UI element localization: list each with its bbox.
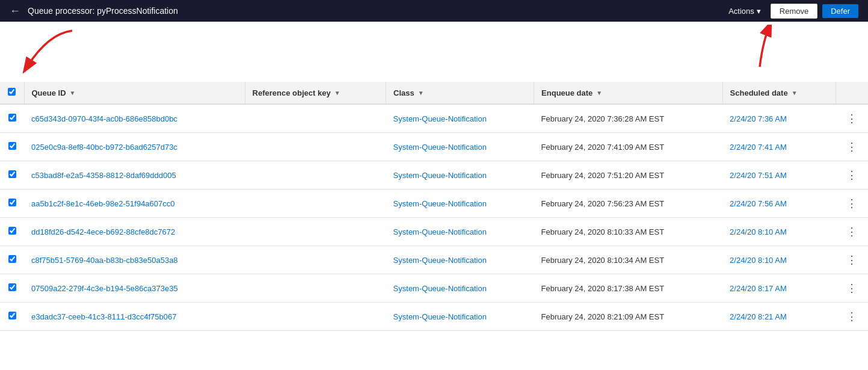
row-kebab-button[interactable]: ⋮: [843, 310, 861, 323]
row-kebab-button[interactable]: ⋮: [843, 112, 861, 125]
row-kebab-button[interactable]: ⋮: [843, 168, 861, 182]
row-kebab-button[interactable]: ⋮: [843, 253, 861, 267]
remove-button[interactable]: Remove: [771, 4, 817, 19]
header-enqueue-date[interactable]: Enqueue date ▼: [534, 82, 722, 104]
row-checkbox-cell[interactable]: [0, 303, 24, 331]
row-actions-cell[interactable]: ⋮: [836, 246, 868, 274]
row-checkbox-cell[interactable]: [0, 161, 24, 190]
row-checkbox[interactable]: [8, 227, 16, 235]
queue-id-link[interactable]: 025e0c9a-8ef8-40bc-b972-b6ad6257d73c: [31, 143, 177, 152]
left-arrow-annotation: [12, 28, 84, 76]
header-checkbox-col[interactable]: [0, 82, 24, 104]
table-row: e3dadc37-ceeb-41c3-8111-d3cc4f75b067Syst…: [0, 303, 868, 331]
class-cell: System-Queue-Notification: [386, 161, 534, 190]
queue-id-cell: c65d343d-0970-43f4-ac0b-686e858bd0bc: [24, 104, 245, 133]
ref-obj-key-cell: [245, 104, 386, 133]
queue-table-container: Queue ID ▼ Reference object key ▼ Class …: [0, 82, 868, 331]
scheduled-date-cell: 2/24/20 7:56 AM: [722, 190, 836, 218]
ref-obj-key-cell: [245, 303, 386, 331]
queue-id-link[interactable]: c53bad8f-e2a5-4358-8812-8daf69ddd005: [31, 171, 176, 180]
queue-id-cell: aa5b1c2f-8e1c-46eb-98e2-51f94a607cc0: [24, 190, 245, 218]
class-cell: System-Queue-Notification: [386, 133, 534, 161]
row-kebab-button[interactable]: ⋮: [843, 282, 861, 295]
queue-id-cell: dd18fd26-d542-4ece-b692-88cfe8dc7672: [24, 218, 245, 246]
row-actions-cell[interactable]: ⋮: [836, 190, 868, 218]
class-cell: System-Queue-Notification: [386, 274, 534, 303]
row-kebab-button[interactable]: ⋮: [843, 225, 861, 238]
table-row: c65d343d-0970-43f4-ac0b-686e858bd0bcSyst…: [0, 104, 868, 133]
header-class[interactable]: Class ▼: [386, 82, 534, 104]
row-actions-cell[interactable]: ⋮: [836, 133, 868, 161]
queue-id-link[interactable]: e3dadc37-ceeb-41c3-8111-d3cc4f75b067: [31, 312, 176, 321]
row-checkbox-cell[interactable]: [0, 190, 24, 218]
queue-id-link[interactable]: 07509a22-279f-4c3e-b194-5e86ca373e35: [31, 284, 178, 293]
annotation-area: [0, 22, 868, 82]
row-checkbox[interactable]: [8, 283, 16, 291]
row-checkbox-cell[interactable]: [0, 104, 24, 133]
queue-id-sort-icon: ▼: [70, 90, 76, 96]
table-header: Queue ID ▼ Reference object key ▼ Class …: [0, 82, 868, 104]
enqueue-date-cell: February 24, 2020 7:36:28 AM EST: [534, 104, 722, 133]
row-actions-cell[interactable]: ⋮: [836, 104, 868, 133]
row-actions-cell[interactable]: ⋮: [836, 218, 868, 246]
enqueue-date-cell: February 24, 2020 8:17:38 AM EST: [534, 274, 722, 303]
header-ref-obj-key[interactable]: Reference object key ▼: [245, 82, 386, 104]
scheduled-date-cell: 2/24/20 8:10 AM: [722, 246, 836, 274]
row-checkbox[interactable]: [8, 114, 16, 122]
queue-id-link[interactable]: c65d343d-0970-43f4-ac0b-686e858bd0bc: [31, 114, 177, 123]
table-row: c8f75b51-5769-40aa-b83b-cb83e50a53a8Syst…: [0, 246, 868, 274]
row-checkbox[interactable]: [8, 142, 16, 150]
class-sort-icon: ▼: [418, 90, 424, 96]
header-queue-id[interactable]: Queue ID ▼: [24, 82, 245, 104]
header: ← Queue processor: pyProcessNotification…: [0, 0, 868, 22]
enqueue-sort-icon: ▼: [596, 90, 602, 96]
ref-obj-key-cell: [245, 190, 386, 218]
table-row: 025e0c9a-8ef8-40bc-b972-b6ad6257d73cSyst…: [0, 133, 868, 161]
queue-id-link[interactable]: c8f75b51-5769-40aa-b83b-cb83e50a53a8: [31, 256, 178, 265]
class-cell: System-Queue-Notification: [386, 218, 534, 246]
queue-table: Queue ID ▼ Reference object key ▼ Class …: [0, 82, 868, 331]
page-title: Queue processor: pyProcessNotification: [28, 6, 724, 16]
enqueue-date-cell: February 24, 2020 7:41:09 AM EST: [534, 133, 722, 161]
class-cell: System-Queue-Notification: [386, 190, 534, 218]
back-button[interactable]: ←: [10, 5, 20, 17]
row-checkbox-cell[interactable]: [0, 274, 24, 303]
table-body: c65d343d-0970-43f4-ac0b-686e858bd0bcSyst…: [0, 104, 868, 331]
enqueue-date-cell: February 24, 2020 7:56:23 AM EST: [534, 190, 722, 218]
queue-id-cell: c53bad8f-e2a5-4358-8812-8daf69ddd005: [24, 161, 245, 190]
queue-id-link[interactable]: aa5b1c2f-8e1c-46eb-98e2-51f94a607cc0: [31, 199, 175, 208]
queue-id-link[interactable]: dd18fd26-d542-4ece-b692-88cfe8dc7672: [31, 227, 175, 236]
scheduled-date-cell: 2/24/20 7:51 AM: [722, 161, 836, 190]
actions-button[interactable]: Actions ▾: [724, 4, 766, 18]
row-actions-cell[interactable]: ⋮: [836, 161, 868, 190]
row-checkbox-cell[interactable]: [0, 246, 24, 274]
row-checkbox[interactable]: [8, 255, 16, 263]
row-checkbox[interactable]: [8, 170, 16, 178]
class-cell: System-Queue-Notification: [386, 303, 534, 331]
row-checkbox-cell[interactable]: [0, 218, 24, 246]
ref-obj-key-cell: [245, 218, 386, 246]
ref-obj-sort-icon: ▼: [334, 90, 340, 96]
table-row: 07509a22-279f-4c3e-b194-5e86ca373e35Syst…: [0, 274, 868, 303]
table-row: c53bad8f-e2a5-4358-8812-8daf69ddd005Syst…: [0, 161, 868, 190]
row-checkbox[interactable]: [8, 312, 16, 319]
header-actions: Actions ▾ Remove Defer: [724, 4, 858, 19]
row-actions-cell[interactable]: ⋮: [836, 274, 868, 303]
header-row-actions: [836, 82, 868, 104]
actions-label: Actions: [728, 7, 754, 16]
scheduled-date-cell: 2/24/20 7:41 AM: [722, 133, 836, 161]
ref-obj-key-cell: [245, 246, 386, 274]
row-checkbox[interactable]: [8, 199, 16, 206]
defer-button[interactable]: Defer: [822, 4, 858, 18]
row-kebab-button[interactable]: ⋮: [843, 197, 861, 210]
header-scheduled-date[interactable]: Scheduled date ▼: [722, 82, 836, 104]
ref-obj-key-cell: [245, 274, 386, 303]
select-all-checkbox[interactable]: [8, 88, 16, 96]
queue-id-cell: c8f75b51-5769-40aa-b83b-cb83e50a53a8: [24, 246, 245, 274]
row-actions-cell[interactable]: ⋮: [836, 303, 868, 331]
ref-obj-key-cell: [245, 161, 386, 190]
table-row: aa5b1c2f-8e1c-46eb-98e2-51f94a607cc0Syst…: [0, 190, 868, 218]
row-checkbox-cell[interactable]: [0, 133, 24, 161]
row-kebab-button[interactable]: ⋮: [843, 140, 861, 153]
header-class-label: Class: [393, 88, 414, 97]
